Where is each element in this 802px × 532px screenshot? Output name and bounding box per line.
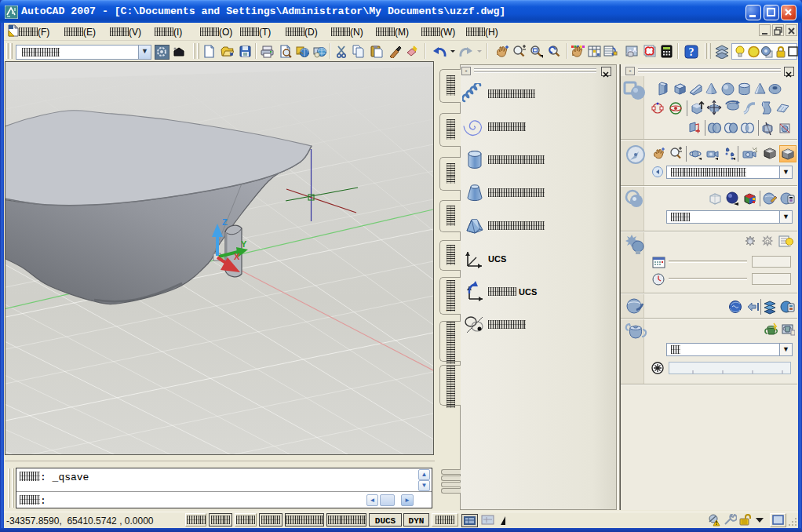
svg-text:Z: Z [222, 217, 228, 227]
svg-text:!: ! [716, 520, 717, 526]
svg-text:?: ? [689, 46, 694, 58]
svg-text:Y: Y [241, 239, 247, 249]
svg-text:X: X [234, 252, 240, 261]
